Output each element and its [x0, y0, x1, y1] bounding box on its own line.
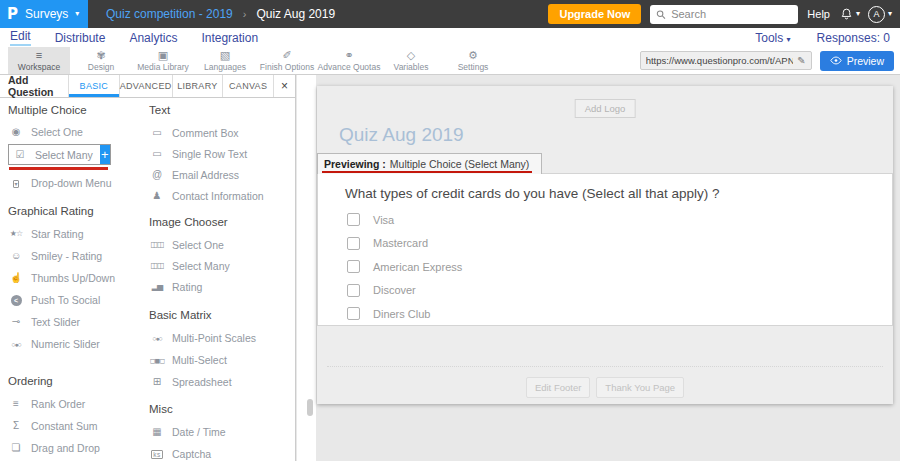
qtype-rank-order[interactable]: ≡ Rank Order: [8, 393, 149, 415]
qtype-multi-select[interactable]: ◻◼◻ Multi-Select: [149, 349, 290, 371]
checkbox[interactable]: [347, 260, 360, 273]
qtype-dropdown-menu[interactable]: ▾ Drop-down Menu: [8, 173, 149, 193]
preview-button[interactable]: Preview: [820, 51, 894, 71]
account-menu[interactable]: A ▾: [868, 6, 892, 23]
qtype-label: Captcha: [172, 448, 211, 460]
qtype-select-many-selected: ☑ Select Many +: [8, 144, 149, 170]
options-list: Visa Mastercard American Express Discove…: [347, 208, 892, 326]
thank-you-page-button[interactable]: Thank You Page: [596, 377, 684, 398]
nav-item-integration[interactable]: Integration: [201, 31, 258, 45]
option-label: American Express: [373, 261, 462, 273]
checkbox[interactable]: [347, 213, 360, 226]
qtype-image-rating[interactable]: ▂▅ Rating: [149, 276, 290, 297]
option-row: Discover: [347, 279, 892, 303]
translate-icon: ▧: [220, 49, 230, 61]
qtype-multi-point-scales[interactable]: ○●○ Multi-Point Scales: [149, 327, 290, 349]
edit-footer-button[interactable]: Edit Footer: [526, 377, 590, 398]
checkbox[interactable]: [347, 307, 360, 320]
breadcrumb-current: Quiz Aug 2019: [256, 7, 335, 21]
nav-item-analytics[interactable]: Analytics: [129, 31, 177, 45]
upgrade-now-button[interactable]: Upgrade Now: [548, 4, 641, 24]
tool-advance-quotas[interactable]: ⚭ Advance Quotas: [318, 47, 380, 74]
qtype-label: Rank Order: [31, 398, 85, 410]
help-link[interactable]: Help: [807, 8, 830, 20]
tool-design[interactable]: ✾ Design: [70, 47, 132, 74]
question-text[interactable]: What types of credit cards do you have (…: [345, 186, 892, 201]
add-logo-button[interactable]: Add Logo: [575, 99, 636, 118]
qtype-label: Spreadsheet: [172, 376, 232, 388]
survey-url-field[interactable]: https://www.questionpro.com/t/APNrFZ ✎: [640, 51, 812, 70]
qtype-select-many[interactable]: ☑ Select Many +: [8, 144, 111, 165]
section-heading-ordering: Ordering: [8, 375, 149, 393]
tool-settings[interactable]: ⚙ Settings: [442, 47, 504, 74]
qtype-thumbs-up-down[interactable]: ☝ Thumbs Up/Down: [8, 267, 149, 289]
notifications-menu[interactable]: ▾: [840, 7, 860, 21]
qtype-label: Select One: [172, 239, 224, 251]
tools-label: Tools: [755, 31, 783, 45]
tool-finish-options[interactable]: ✐ Finish Options: [256, 47, 318, 74]
tool-label: Variables: [394, 62, 429, 72]
tool-workspace[interactable]: ≡ Workspace: [8, 47, 70, 74]
close-icon[interactable]: ×: [273, 75, 295, 97]
tab-library[interactable]: LIBRARY: [172, 75, 223, 97]
search-box[interactable]: [650, 5, 798, 24]
nav-item-edit[interactable]: Edit: [10, 29, 31, 46]
qtype-numeric-slider[interactable]: ○●○ Numeric Slider: [8, 333, 149, 355]
nav-item-distribute[interactable]: Distribute: [55, 31, 106, 45]
qtype-constant-sum[interactable]: Σ Constant Sum: [8, 415, 149, 437]
tab-advanced[interactable]: ADVANCED: [119, 75, 172, 97]
surveys-menu[interactable]: P Surveys ▾: [0, 0, 88, 28]
captcha-icon: ks: [151, 450, 163, 459]
qtype-single-row-text[interactable]: ▭ Single Row Text: [149, 143, 290, 164]
qtype-smiley-rating[interactable]: ☺ Smiley - Rating: [8, 245, 149, 267]
qtype-comment-box[interactable]: ▭ Comment Box: [149, 122, 290, 143]
checkbox[interactable]: [347, 284, 360, 297]
tool-label: Design: [88, 62, 114, 72]
tab-basic[interactable]: BASIC: [68, 75, 119, 97]
numeric-slider-icon: ○●○: [8, 341, 24, 348]
qtype-drag-and-drop[interactable]: ❏ Drag and Drop: [8, 437, 149, 459]
qtype-label: Text Slider: [31, 316, 80, 328]
qtype-label: Drop-down Menu: [31, 177, 112, 189]
calendar-icon: ▦: [149, 427, 165, 437]
responses-count[interactable]: Responses: 0: [817, 31, 890, 45]
at-sign-icon: @: [149, 170, 165, 180]
qtype-contact-information[interactable]: ♟ Contact Information: [149, 185, 290, 206]
add-question-tabbar: Add Question BASIC ADVANCED LIBRARY CANV…: [0, 75, 295, 98]
qtype-captcha[interactable]: ks Captcha: [149, 443, 290, 461]
checkbox[interactable]: [347, 237, 360, 250]
add-question-type-button[interactable]: +: [100, 145, 110, 164]
survey-title[interactable]: Quiz Aug 2019: [339, 124, 464, 146]
option-row: Visa: [347, 208, 892, 232]
grid-icon: ⊞: [149, 377, 165, 387]
qtype-image-select-one[interactable]: ◫◫ Select One: [149, 234, 290, 255]
product-menu-label: Surveys: [25, 7, 68, 21]
option-label: Discover: [373, 284, 416, 296]
multi-select-icon: ◻◼◻: [149, 357, 165, 364]
qtype-select-one[interactable]: ◉ Select One: [8, 122, 149, 142]
qtype-text-slider[interactable]: ⊸ Text Slider: [8, 311, 149, 333]
tab-canvas[interactable]: CANVAS: [222, 75, 273, 97]
qtype-star-rating[interactable]: ★☆ Star Rating: [8, 223, 149, 245]
scrollbar-thumb[interactable]: [307, 399, 313, 416]
qtype-image-select-many[interactable]: ◫◫ Select Many: [149, 255, 290, 276]
qtype-date-time[interactable]: ▦ Date / Time: [149, 421, 290, 443]
qtype-push-to-social[interactable]: < Push To Social: [8, 289, 149, 311]
tool-media-library[interactable]: ▣ Media Library: [132, 47, 194, 74]
tool-variables[interactable]: ◇ Variables: [380, 47, 442, 74]
qtype-label: Select Many: [172, 260, 230, 272]
qtype-spreadsheet[interactable]: ⊞ Spreadsheet: [149, 371, 290, 393]
search-input[interactable]: [671, 8, 792, 20]
qtype-label: Multi-Select: [172, 354, 227, 366]
tools-menu[interactable]: Tools ▾: [755, 31, 790, 45]
section-heading-image-chooser: Image Chooser: [149, 216, 290, 234]
qtype-label: Push To Social: [31, 294, 100, 306]
section-heading-basic-matrix: Basic Matrix: [149, 309, 290, 327]
edit-pencil-icon[interactable]: ✎: [797, 55, 805, 66]
tool-languages[interactable]: ▧ Languages: [194, 47, 256, 74]
qtype-email-address[interactable]: @ Email Address: [149, 164, 290, 185]
chevron-down-icon: ▾: [75, 10, 79, 18]
breadcrumb-parent[interactable]: Quiz competition - 2019: [106, 7, 233, 21]
breadcrumb: Quiz competition - 2019 › Quiz Aug 2019: [88, 7, 548, 21]
textbox-icon: ▭: [149, 128, 165, 138]
